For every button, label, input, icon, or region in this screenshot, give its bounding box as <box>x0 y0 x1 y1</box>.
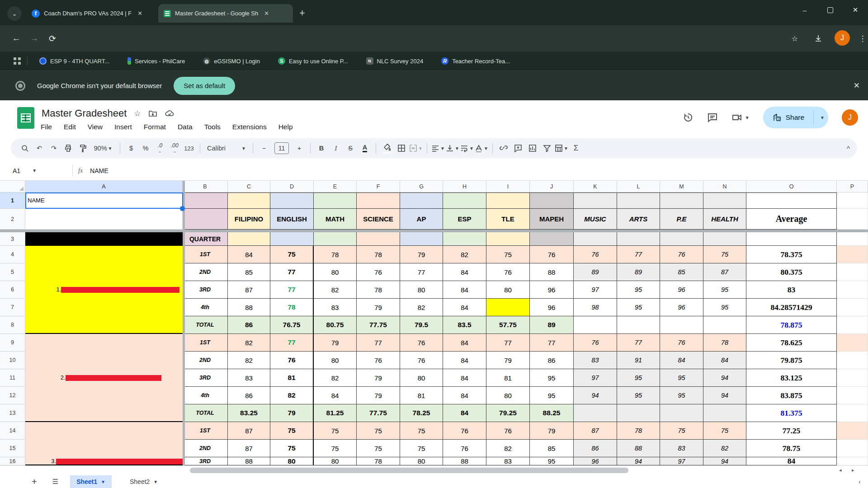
insert-chart-icon[interactable] <box>526 141 539 155</box>
cell-J14[interactable]: 79 <box>530 422 574 440</box>
cell-G4[interactable]: 79 <box>400 246 443 263</box>
cell-A2[interactable] <box>25 209 183 230</box>
cell-H8[interactable]: 83.5 <box>443 316 486 334</box>
row-header-2[interactable]: 2 <box>0 209 25 230</box>
cell-G1[interactable] <box>400 192 443 209</box>
cell-F1[interactable] <box>357 192 400 209</box>
cell-H1[interactable] <box>443 192 486 209</box>
cell-L11[interactable]: 95 <box>617 369 660 387</box>
bookmark-esp9[interactable]: ESP 9 - 4TH QUART... <box>39 57 109 65</box>
cell-D4[interactable]: 75 <box>270 246 314 263</box>
sheet-tab-sheet2[interactable]: Sheet2 ▼ <box>123 475 164 488</box>
text-color-button[interactable]: A <box>358 141 372 155</box>
cell-L13[interactable] <box>617 404 660 422</box>
column-header-H[interactable]: H <box>443 181 486 192</box>
horizontal-align-button[interactable]: ▼ <box>431 141 445 155</box>
cell-C5[interactable]: 85 <box>228 263 270 281</box>
cell-H16[interactable]: 88 <box>443 457 486 465</box>
row-header-15[interactable]: 15 <box>0 440 25 457</box>
italic-button[interactable]: I <box>329 141 343 155</box>
cell-N6[interactable]: 95 <box>703 281 746 299</box>
tab-search-chevron-icon[interactable]: ⌄ <box>7 6 22 21</box>
fill-color-button[interactable] <box>380 141 394 155</box>
cell-N14[interactable]: 75 <box>703 422 746 440</box>
row-header-6[interactable]: 6 <box>0 281 25 299</box>
tab-close-icon[interactable]: ✕ <box>264 10 269 17</box>
cell-D2[interactable]: ENGLISH <box>270 209 314 230</box>
undo-icon[interactable]: ↶ <box>33 141 46 155</box>
cell-P13[interactable] <box>837 404 868 422</box>
row-header-13[interactable]: 13 <box>0 404 25 422</box>
cell-B12[interactable]: 4th <box>183 387 228 404</box>
cell-D13[interactable]: 79 <box>270 404 314 422</box>
cell-O7[interactable]: 84.28571429 <box>746 299 837 316</box>
paint-format-icon[interactable] <box>76 141 90 155</box>
cell-C14[interactable]: 87 <box>228 422 270 440</box>
cell-G8[interactable]: 79.5 <box>400 316 443 334</box>
reload-icon[interactable]: ⟳ <box>46 32 59 45</box>
cell-J1[interactable] <box>530 192 574 209</box>
cell-M2[interactable]: P.E <box>660 209 703 230</box>
column-header-J[interactable]: J <box>530 181 574 192</box>
cell-E7[interactable]: 83 <box>314 299 357 316</box>
cell-P3[interactable] <box>837 232 868 246</box>
cell-F4[interactable]: 78 <box>357 246 400 263</box>
cell-M16[interactable]: 97 <box>660 457 703 465</box>
column-header-A[interactable]: A <box>25 181 183 192</box>
cell-C16[interactable]: 88 <box>228 457 270 465</box>
cell-K4[interactable]: 76 <box>574 246 617 263</box>
filter-icon[interactable] <box>540 141 554 155</box>
cell-J11[interactable]: 95 <box>530 369 574 387</box>
spreadsheet-grid[interactable]: ABCDEFGHIJKLMNOP12345678910111213141516N… <box>0 181 868 465</box>
apps-grid-icon[interactable] <box>14 57 21 65</box>
cell-L5[interactable]: 89 <box>617 263 660 281</box>
cell-O15[interactable]: 78.75 <box>746 440 837 457</box>
cell-H5[interactable]: 84 <box>443 263 486 281</box>
cell-P1[interactable] <box>837 192 868 209</box>
cell-M15[interactable]: 83 <box>660 440 703 457</box>
student-name-block-3[interactable]: 3.BARREDO,JOE VINCENT, MONTILLA <box>25 422 183 465</box>
share-chevron-icon[interactable]: ▼ <box>820 115 825 120</box>
decrease-decimal-button[interactable]: .0← <box>153 141 167 155</box>
column-header-L[interactable]: L <box>617 181 660 192</box>
cell-L6[interactable]: 95 <box>617 281 660 299</box>
cell-K12[interactable]: 94 <box>574 387 617 404</box>
cell-B5[interactable]: 2ND <box>183 263 228 281</box>
cell-I7[interactable] <box>486 299 530 316</box>
cell-N5[interactable]: 87 <box>703 263 746 281</box>
cell-M12[interactable]: 95 <box>660 387 703 404</box>
cell-N12[interactable]: 94 <box>703 387 746 404</box>
name-box-chevron-icon[interactable]: ▼ <box>32 168 37 173</box>
all-sheets-menu-icon[interactable]: ☰ <box>52 478 58 486</box>
cell-F11[interactable]: 79 <box>357 369 400 387</box>
cell-F13[interactable]: 77.75 <box>357 404 400 422</box>
cell-H7[interactable]: 84 <box>443 299 486 316</box>
format-percent-button[interactable]: % <box>139 141 152 155</box>
text-wrap-button[interactable]: ▼ <box>460 141 474 155</box>
cell-H6[interactable]: 84 <box>443 281 486 299</box>
cell-M8[interactable] <box>660 316 703 334</box>
set-as-default-button[interactable]: Set as default <box>174 77 235 95</box>
version-history-icon[interactable] <box>683 112 693 123</box>
cell-L4[interactable]: 77 <box>617 246 660 263</box>
cell-N11[interactable]: 94 <box>703 369 746 387</box>
sheetbar-scroll-left-icon[interactable]: ‹ <box>859 478 861 485</box>
cell-E14[interactable]: 75 <box>314 422 357 440</box>
cell-I1[interactable] <box>486 192 530 209</box>
cell-F3[interactable] <box>357 232 400 246</box>
cell-O3[interactable] <box>746 232 837 246</box>
cell-E8[interactable]: 80.75 <box>314 316 357 334</box>
row-header-8[interactable]: 8 <box>0 316 25 334</box>
cell-J6[interactable]: 96 <box>530 281 574 299</box>
cell-O9[interactable]: 78.625 <box>746 334 837 352</box>
column-header-F[interactable]: F <box>357 181 400 192</box>
merge-cells-button[interactable]: ▼ <box>409 141 423 155</box>
cell-O2[interactable]: Average <box>746 209 837 230</box>
cell-G11[interactable]: 80 <box>400 369 443 387</box>
cell-O4[interactable]: 78.375 <box>746 246 837 263</box>
cell-C10[interactable]: 82 <box>228 352 270 369</box>
cell-K2[interactable]: MUSIC <box>574 209 617 230</box>
cell-B10[interactable]: 2ND <box>183 352 228 369</box>
selection-fill-handle[interactable] <box>180 206 185 211</box>
cell-J10[interactable]: 86 <box>530 352 574 369</box>
